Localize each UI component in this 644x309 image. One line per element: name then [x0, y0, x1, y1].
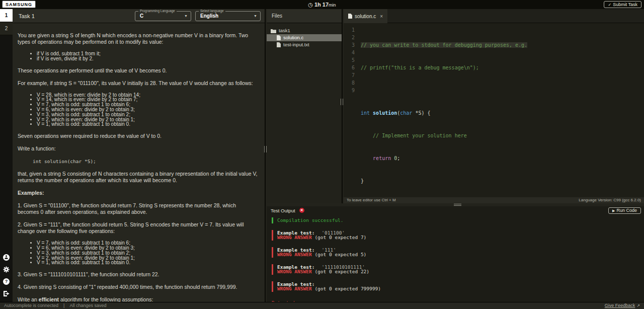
files-panel: Files task1 solution.c test-input.txt: [267, 9, 343, 203]
tab-label: solution.c: [355, 14, 376, 19]
assumptions-post: algorithm for the following assumptions:: [59, 296, 153, 302]
task-paragraph: For example, if string S = "011100", its…: [18, 80, 259, 87]
timer-unit: min: [329, 3, 336, 8]
panel-resize-handle[interactable]: [341, 99, 343, 105]
clock-icon: ◷: [308, 2, 313, 8]
assumptions-bold: efficient: [39, 296, 59, 302]
language-version: Language Version: C99 (gcc 6.2.0): [579, 197, 641, 203]
submit-task-label: Submit Task: [613, 2, 637, 7]
check-icon: ✓: [608, 3, 611, 7]
operations-list: if V is odd, subtract 1 from it; if V is…: [18, 51, 259, 61]
panel-resize-handle[interactable]: [264, 146, 267, 152]
editor-hint: To leave editor use Ctrl + M: [347, 197, 396, 203]
code-area: 1 2 3 4 5 6 7 8 9 // you can write to st…: [344, 23, 644, 197]
help-question-glyph: ?: [3, 278, 10, 285]
accessibility-icon[interactable]: [3, 254, 10, 261]
folder-row-task1[interactable]: task1: [267, 27, 342, 34]
remaining-time: ◷1h 17min: [0, 0, 644, 9]
programming-language-label: Programming Language: [138, 9, 177, 13]
give-feedback-link[interactable]: Give Feedback: [605, 303, 635, 308]
editor-status-bar: To leave editor use Ctrl + M Language Ve…: [344, 197, 644, 203]
feedback-area: Give Feedback↗: [605, 302, 640, 309]
test-result-4: Example test: WRONG ANSWER (got 0 expect…: [272, 281, 641, 292]
list-item: V = 1, which is odd: subtract 1 to obtai…: [37, 122, 259, 127]
code-editor-panel: solution.c × 1 2 3 4 5 6 7 8 9 // you ca…: [344, 9, 644, 203]
folder-name: task1: [279, 27, 290, 34]
test-output-panel: Test Output ✕ ▶Run Code Compilation succ…: [267, 206, 644, 302]
editor-tab-bar: solution.c ×: [344, 9, 644, 23]
list-item: if V is even, divide it by 2.: [37, 56, 259, 61]
test-result-2: Example test:'111' WRONG ANSWER (got 0 e…: [272, 247, 641, 258]
settings-gear-icon[interactable]: [3, 266, 10, 273]
task-title: Task 1: [19, 9, 35, 23]
file-row-solution-c[interactable]: solution.c: [267, 34, 342, 41]
chevron-down-icon: ▼: [184, 14, 188, 18]
save-status: All changes saved: [69, 303, 106, 308]
chevron-down-icon: ▼: [254, 14, 257, 18]
submit-task-button[interactable]: ✓Submit Task: [604, 1, 641, 8]
test-output-body: Compilation successful. Example test:'01…: [272, 217, 641, 302]
example-3: 3. Given S = "1111010101111", the functi…: [18, 271, 259, 278]
example-steps-list: V = 28, which is even: divide by 2 to ob…: [18, 93, 259, 127]
run-code-label: Run Code: [616, 208, 637, 213]
task-description-panel: Task 1 Programming Language C ▼ Select l…: [13, 9, 266, 302]
list-item: V = 1, which is odd: subtract 1 to obtai…: [37, 260, 259, 265]
task-paragraph: Seven operations were required to reduce…: [18, 133, 259, 139]
folder-icon: [271, 29, 276, 33]
run-code-button[interactable]: ▶Run Code: [608, 207, 641, 214]
line-numbers: 1 2 3 4 5 6 7 8 9: [344, 26, 355, 94]
code-line-7: }: [361, 178, 364, 184]
task-paragraph: You are given a string S of length N whi…: [18, 32, 259, 45]
select-language-select[interactable]: Select language English ▼: [195, 11, 261, 21]
test-output-title: Test Output: [271, 208, 295, 213]
code-line-2: // printf("this is a debug message\n");: [361, 65, 479, 70]
output-resize-splitter[interactable]: [267, 203, 644, 206]
test-result-3: Example test:'1111010101111' WRONG ANSWE…: [272, 264, 641, 275]
function-signature: int solution(char *S);: [33, 158, 259, 165]
assumptions-pre: Write an: [18, 296, 39, 302]
example2-steps-list: V = 7, which is odd: subtract 1 to obtai…: [18, 241, 259, 265]
programming-language-select[interactable]: Programming Language C ▼: [135, 11, 191, 21]
tab-solution-c[interactable]: solution.c ×: [344, 9, 387, 23]
task-paragraph: that, given a string S consisting of N c…: [18, 171, 259, 184]
bottom-status-bar: Autocomplete is connected|All changes sa…: [0, 302, 644, 309]
task-nav-1[interactable]: 1: [0, 9, 13, 22]
splitter-grip[interactable]: [454, 204, 461, 206]
status-left: Autocomplete is connected|All changes sa…: [4, 302, 106, 309]
file-icon: [277, 35, 281, 40]
task-description: You are given a string S of length N whi…: [13, 23, 265, 302]
timer-value: 1h 17: [314, 2, 329, 8]
external-link-icon: ↗: [636, 303, 640, 308]
compilation-status: Compilation successful.: [272, 217, 641, 223]
code-line-1: // you can write to stdout for debugging…: [361, 42, 527, 48]
close-tab-icon[interactable]: ×: [380, 14, 383, 19]
file-icon: [348, 14, 352, 19]
example-2: 2. Given S = "111", the function should …: [18, 221, 259, 235]
code-line-3: [361, 87, 644, 94]
autocomplete-status: Autocomplete is connected: [4, 303, 58, 308]
logout-icon[interactable]: [3, 290, 10, 297]
example-1: 1. Given S = "011100", the function shou…: [18, 202, 259, 215]
file-row-test-input[interactable]: test-input.txt: [267, 41, 342, 48]
example-4: 4. Given string S consisting of "1" repe…: [18, 284, 259, 290]
programming-language-value: C: [140, 12, 143, 21]
task-paragraph: Write a function:: [18, 145, 259, 152]
task-header: Task 1 Programming Language C ▼ Select l…: [13, 9, 265, 23]
task-nav-2[interactable]: 2: [0, 22, 13, 35]
play-icon: ▶: [612, 209, 615, 212]
file-tree: task1 solution.c test-input.txt: [267, 23, 342, 48]
examples-heading: Examples:: [18, 190, 259, 196]
top-bar: SAMSUNG ◷1h 17min ✓Submit Task: [0, 0, 644, 9]
test-result-1: Example test:'011100' WRONG ANSWER (got …: [272, 230, 641, 241]
help-icon[interactable]: ?: [3, 278, 10, 285]
select-language-value: English: [200, 12, 218, 21]
assumptions-intro: Write an efficient algorithm for the fol…: [18, 296, 259, 302]
task-paragraph: These operations are performed until the…: [18, 67, 259, 74]
file-icon: [277, 42, 281, 47]
test-output-header: Test Output ✕ ▶Run Code: [267, 206, 644, 214]
code-line-6: return 0;: [361, 154, 644, 162]
code-line-4: int solution(char *S) {: [361, 109, 644, 117]
files-panel-title: Files: [267, 9, 342, 23]
rail-icons: ?: [0, 254, 13, 297]
file-name: solution.c: [283, 34, 303, 41]
